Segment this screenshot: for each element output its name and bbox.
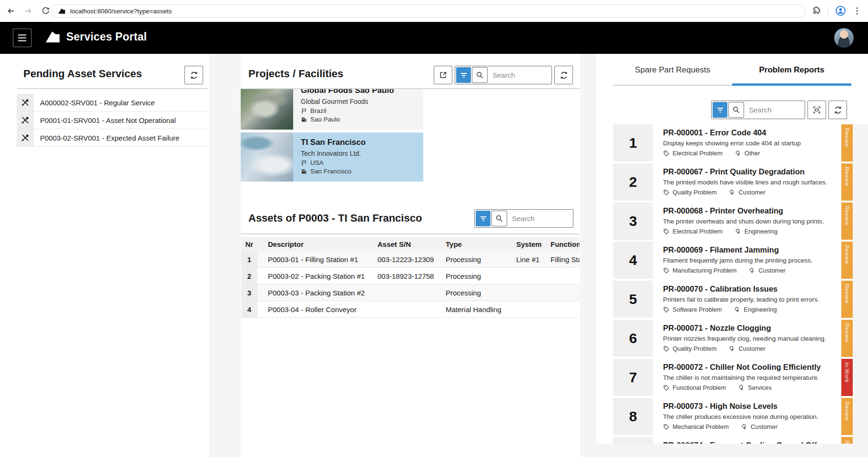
report-description: The chiller is not maintaining the requi… (663, 374, 841, 381)
projects-search-button[interactable] (472, 67, 488, 83)
origin-detection-icon (729, 189, 735, 196)
browser-refresh-icon[interactable] (41, 6, 51, 16)
tab-problem-reports[interactable]: Problem Reports (732, 54, 851, 86)
reports-scrollbar-gutter[interactable] (853, 124, 868, 444)
tag-icon (663, 424, 670, 430)
asset-system (516, 284, 551, 301)
reports-search-button[interactable] (728, 102, 744, 118)
problem-type-tag: Quality Problem (663, 345, 716, 352)
origin-tag: Customer (749, 267, 785, 274)
asset-function (551, 284, 580, 301)
tab-spare-part-requests[interactable]: Spare Part Requests (613, 54, 732, 86)
report-status-ribbon: Review (841, 281, 853, 318)
tab-label: Problem Reports (759, 65, 825, 75)
facility-photo (241, 132, 293, 182)
col-descriptor: Descriptor (268, 237, 378, 251)
asset-table-row[interactable]: 1 P0003-01 - Filling Station #1 003-1222… (241, 251, 580, 268)
assets-divider (241, 234, 580, 234)
browser-back-icon[interactable] (6, 6, 16, 16)
projects-filter-button[interactable] (456, 67, 471, 83)
facility-name: TI San Francisco (301, 138, 416, 147)
report-title: PR-000070 - Calibration Issues (663, 284, 841, 294)
origin-tag: Customer (729, 189, 765, 196)
problem-report-item[interactable]: 8 PR-000073 - High Noise Levels The chil… (613, 398, 853, 435)
reports-expand-button[interactable] (807, 101, 826, 119)
assets-table: Nr Descriptor Asset S/N Type System Func… (241, 237, 580, 318)
report-description: Display keeps showing error code 404 at … (663, 140, 841, 147)
origin-tag: Engineering (734, 306, 776, 313)
projects-search-group (455, 66, 552, 84)
assets-filter-button[interactable] (476, 211, 490, 226)
asset-type: Material Handling (446, 301, 516, 317)
asset-type: Processing (446, 251, 516, 267)
pending-service-item[interactable]: A000002-SRV001 - Regular Service (17, 94, 207, 112)
problem-report-item[interactable]: 9 PR-000074 - Frequent Cycling On and Of… (613, 437, 853, 444)
tab-label: Spare Part Requests (635, 65, 710, 75)
problem-report-item[interactable]: 5 PR-000070 - Calibration Issues Printer… (613, 281, 853, 318)
pending-service-item[interactable]: P0003-02-SRV001 - Expected Asset Failure (17, 129, 207, 147)
report-status-ribbon: Review (841, 124, 853, 162)
building-icon (301, 168, 307, 174)
assets-search-button[interactable] (491, 211, 507, 226)
search-icon (476, 71, 484, 79)
report-number: 7 (613, 359, 653, 396)
report-tags: Manufacturing Problem Customer (663, 267, 841, 274)
address-bar[interactable]: localhost:8080/service?type=assets (51, 4, 806, 18)
open-external-button[interactable] (434, 66, 452, 84)
assets-search-input[interactable] (507, 214, 573, 223)
reports-filter-button[interactable] (713, 102, 727, 118)
projects-panel: Projects / Facilities (241, 54, 580, 457)
reports-search-group (711, 101, 805, 119)
asset-type: Processing (446, 268, 516, 284)
chrome-separator (828, 6, 828, 16)
col-asset-sn: Asset S/N (378, 237, 446, 251)
user-avatar[interactable] (834, 28, 854, 48)
asset-descriptor: P0003-01 - Filling Station #1 (268, 251, 378, 267)
refresh-icon (189, 71, 199, 80)
service-tools-icon (17, 129, 34, 146)
projects-refresh-button[interactable] (554, 66, 573, 84)
problem-reports-list: 1 PR-000001 - Error Code 404 Display kee… (613, 124, 853, 444)
report-tags: Electrical Problem Engineering (663, 228, 841, 235)
asset-nr: 1 (241, 251, 257, 267)
url-text: localhost:8080/service?type=assets (70, 8, 172, 15)
facility-name: Global Foods Sao Paulo (301, 89, 416, 95)
browser-forward-icon[interactable] (23, 6, 33, 16)
projects-search-input[interactable] (488, 71, 551, 79)
report-description: Printers fail to calibrate properly, lea… (663, 296, 841, 303)
expand-icon (812, 105, 821, 114)
reports-bottom-gutter (596, 444, 868, 457)
report-status-ribbon: Review (841, 320, 853, 357)
origin-tag: Customer (729, 345, 765, 352)
report-title: PR-000073 - High Noise Levels (663, 402, 841, 411)
tag-icon (663, 267, 670, 274)
facility-card[interactable]: TI San Francisco Tech Innovators Ltd. US… (241, 132, 423, 182)
service-tools-icon (17, 112, 34, 129)
pending-service-item[interactable]: P0001-01-SRV001 - Asset Not Operational (17, 112, 207, 129)
facility-card[interactable]: Global Foods Sao Paulo Global Gourmet Fo… (241, 89, 423, 130)
flag-icon (301, 160, 307, 166)
facility-cards-viewport: Global Foods Sao Paulo Global Gourmet Fo… (241, 89, 423, 186)
origin-tag: Services (738, 384, 772, 391)
facility-photo (241, 89, 293, 130)
asset-table-row[interactable]: 3 P0003-03 - Packing Station #2 Processi… (241, 284, 580, 301)
problem-report-item[interactable]: 2 PR-000067 - Print Quality Degradation … (613, 163, 853, 201)
browser-menu-icon[interactable] (853, 6, 861, 16)
problem-report-item[interactable]: 3 PR-000068 - Printer Overheating The pr… (613, 203, 853, 240)
problem-report-item[interactable]: 7 PR-000072 - Chiller Not Cooling Effici… (613, 359, 853, 396)
filter-icon (480, 215, 487, 222)
asset-system: Line #1 (516, 251, 551, 267)
asset-table-row[interactable]: 4 P0003-04 - Roller Conveyor Material Ha… (241, 301, 580, 318)
menu-button[interactable] (13, 29, 31, 47)
problem-report-item[interactable]: 6 PR-000071 - Nozzle Clogging Printer no… (613, 320, 853, 357)
profile-icon[interactable] (835, 5, 846, 16)
reports-search-input[interactable] (744, 106, 805, 114)
problem-report-item[interactable]: 1 PR-000001 - Error Code 404 Display kee… (613, 124, 853, 162)
report-description: Printer nozzles frequently clog, needing… (663, 335, 841, 342)
asset-type: Processing (446, 284, 516, 301)
reports-refresh-button[interactable] (828, 101, 847, 119)
extensions-icon[interactable] (811, 6, 821, 16)
asset-table-row[interactable]: 2 P0003-02 - Packing Station #1 003-1892… (241, 268, 580, 284)
pending-services-refresh-button[interactable] (184, 66, 203, 84)
problem-report-item[interactable]: 4 PR-000069 - Filament Jamming Filament … (613, 242, 853, 279)
